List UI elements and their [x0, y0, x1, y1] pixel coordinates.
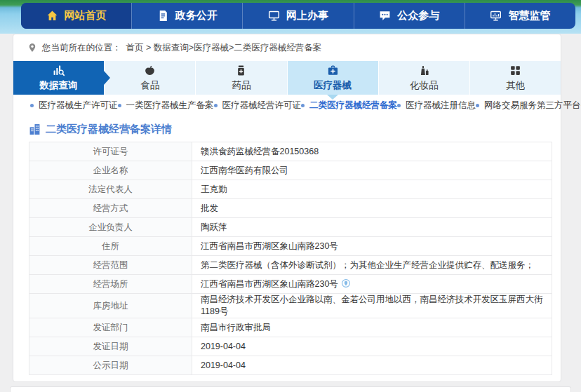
subnav-item-2[interactable]: 一类医疗器械生产备案 — [118, 100, 214, 111]
tab-3[interactable]: 药品 — [196, 61, 287, 95]
row-value: 南昌经济技术开发区小企业路以南、金若公司用地以西，南昌经济技术开发区玉屏西大街1… — [192, 294, 552, 318]
row-value-text: 2019-04-04 — [201, 360, 246, 370]
location-circle-icon[interactable] — [341, 278, 351, 288]
category-tabs: 数据查询食品药品医疗器械化妆品其他 — [13, 61, 561, 95]
row-value-text: 江西南华医药有限公司 — [201, 165, 288, 175]
row-label: 经营方式 — [29, 199, 192, 218]
subnav-item-label: 医疗器械生产许可证 — [39, 100, 118, 111]
row-label: 经营范围 — [29, 256, 192, 275]
breadcrumb-prefix: 您当前所在的位置： — [42, 42, 121, 54]
row-value: 2019-04-04 — [192, 337, 552, 356]
subnav-item-label: 网络交易服务第三方平台备案 — [484, 100, 581, 111]
footer-panel — [10, 386, 571, 392]
bullet-dot-icon — [214, 104, 218, 107]
tab-5[interactable]: 化妆品 — [379, 61, 470, 95]
row-value: 江西省南昌市西湖区象山南路230号 — [192, 237, 552, 256]
nav-item-label: 智慧监管 — [508, 9, 550, 22]
subnav-item-label: 二类医疗器械经营备案 — [309, 100, 397, 111]
tab-label: 数据查询 — [40, 79, 78, 92]
detail-title-text: 二类医疗器械经营备案详情 — [46, 123, 172, 136]
subnav-item-5[interactable]: 医疗器械注册信息 — [397, 100, 476, 111]
nav-item-2[interactable]: 政务公开 — [131, 3, 242, 29]
row-value-text: 2019-04-04 — [201, 342, 246, 351]
table-row: 公示日期2019-04-04 — [29, 356, 552, 375]
row-value: 赣洪食药监械经营备20150368 — [192, 142, 552, 161]
subnav-item-3[interactable]: 医疗器械经营许可证 — [214, 100, 302, 111]
row-value: 王克勤 — [192, 180, 552, 199]
bullet-dot-icon — [397, 104, 401, 107]
location-pin-icon — [27, 43, 37, 53]
row-value-text: 王克勤 — [201, 184, 227, 194]
cosmetics-icon — [418, 65, 430, 76]
page: 网站首页政务公开网上办事公众参与智慧监管 您当前所在的位置： 首页 > 数据查询… — [0, 0, 581, 392]
top-nav: 网站首页政务公开网上办事公众参与智慧监管 — [21, 3, 575, 29]
bullet-dot-icon — [301, 104, 305, 107]
row-value-text: 批发 — [201, 203, 218, 213]
home-icon — [46, 10, 58, 22]
row-label: 法定代表人 — [29, 180, 192, 199]
breadcrumb-path[interactable]: 首页 > 数据查询>医疗器械>二类医疗器械经营备案 — [126, 42, 322, 54]
nav-item-3[interactable]: 网上办事 — [242, 3, 353, 29]
row-value-text: 第二类医疗器械（含体外诊断试剂）；为其他企业生产经营企业提供贮存、配送服务； — [201, 260, 534, 270]
bullet-dot-icon — [118, 104, 121, 107]
nav-item-label: 公众参与 — [397, 9, 439, 22]
row-value: 江西省南昌市西湖区象山南路230号 — [192, 275, 552, 294]
row-label: 企业名称 — [29, 161, 192, 180]
row-label: 许可证号 — [29, 142, 192, 161]
table-row: 住所江西省南昌市西湖区象山南路230号 — [29, 237, 552, 256]
row-value-text: 陶跃萍 — [201, 222, 227, 232]
subnav-item-label: 一类医疗器械生产备案 — [126, 100, 214, 111]
table-row: 法定代表人王克勤 — [29, 180, 552, 199]
row-value: 陶跃萍 — [192, 218, 552, 237]
row-label: 住所 — [29, 237, 192, 256]
monitor-icon — [268, 10, 280, 22]
row-value-text: 南昌经济技术开发区小企业路以南、金若公司用地以西，南昌经济技术开发区玉屏西大街1… — [201, 295, 543, 316]
subnav-item-6[interactable]: 网络交易服务第三方平台备案 — [476, 100, 581, 111]
medical-device-icon — [327, 65, 339, 76]
table-row: 企业负责人陶跃萍 — [29, 218, 552, 237]
table-row: 发证部门南昌市行政审批局 — [29, 318, 552, 337]
bullet-dot-icon — [30, 104, 34, 107]
row-label: 发证部门 — [29, 318, 192, 337]
table-row: 企业名称江西南华医药有限公司 — [29, 161, 552, 180]
detail-title: 二类医疗器械经营备案详情 — [29, 123, 545, 136]
row-value: 南昌市行政审批局 — [192, 318, 552, 337]
other-grid-icon — [509, 65, 521, 76]
tab-4[interactable]: 医疗器械 — [288, 61, 379, 95]
tab-1[interactable]: 数据查询 — [13, 61, 105, 95]
row-label: 经营场所 — [29, 275, 192, 294]
row-value: 江西南华医药有限公司 — [192, 161, 552, 180]
tab-6[interactable]: 其他 — [470, 61, 561, 95]
content-panel: 您当前所在的位置： 首页 > 数据查询>医疗器械>二类医疗器械经营备案 数据查询… — [13, 34, 561, 382]
table-row: 库房地址南昌经济技术开发区小企业路以南、金若公司用地以西，南昌经济技术开发区玉屏… — [29, 294, 552, 318]
tab-label: 食品 — [140, 79, 159, 92]
sub-nav: 医疗器械生产许可证一类医疗器械生产备案医疗器械经营许可证二类医疗器械经营备案医疗… — [13, 95, 561, 116]
row-label: 库房地址 — [29, 294, 192, 318]
table-row: 经营场所江西省南昌市西湖区象山南路230号 — [29, 275, 552, 294]
detail-table: 许可证号赣洪食药监械经营备20150368企业名称江西南华医药有限公司法定代表人… — [29, 142, 552, 375]
table-row: 许可证号赣洪食药监械经营备20150368 — [29, 142, 552, 161]
row-value: 2019-04-04 — [192, 356, 552, 375]
subnav-item-1[interactable]: 医疗器械生产许可证 — [30, 100, 118, 111]
table-row: 经营范围第二类医疗器械（含体外诊断试剂）；为其他企业生产经营企业提供贮存、配送服… — [29, 256, 552, 275]
nav-item-label: 网上办事 — [286, 9, 328, 22]
row-value-text: 南昌市行政审批局 — [201, 323, 271, 332]
bullet-dot-icon — [476, 104, 479, 107]
row-value-text: 江西省南昌市西湖区象山南路230号 — [201, 279, 338, 289]
breadcrumb: 您当前所在的位置： 首页 > 数据查询>医疗器械>二类医疗器械经营备案 — [13, 34, 561, 61]
table-row: 发证日期2019-04-04 — [29, 337, 552, 356]
nav-item-1[interactable]: 网站首页 — [21, 3, 131, 29]
row-value: 第二类医疗器械（含体外诊断试剂）；为其他企业生产经营企业提供贮存、配送服务； — [192, 256, 552, 275]
subnav-item-4[interactable]: 二类医疗器械经营备案 — [301, 100, 397, 111]
table-row: 经营方式批发 — [29, 199, 552, 218]
food-icon — [144, 65, 156, 76]
monitor-chart-icon — [490, 10, 502, 22]
tab-label: 其他 — [506, 79, 525, 92]
data-query-icon — [53, 65, 65, 76]
tab-2[interactable]: 食品 — [105, 61, 196, 95]
nav-item-5[interactable]: 智慧监管 — [465, 3, 575, 29]
tab-label: 医疗器械 — [314, 79, 352, 92]
nav-item-4[interactable]: 公众参与 — [354, 3, 465, 29]
row-value: 批发 — [192, 199, 552, 218]
row-label: 企业负责人 — [29, 218, 192, 237]
